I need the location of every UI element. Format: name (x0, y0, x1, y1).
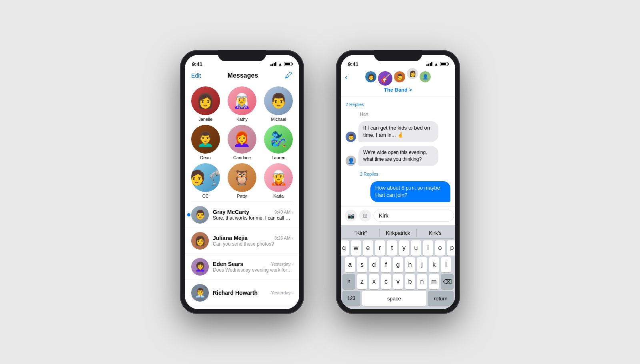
status-icons-1: ▲ (270, 62, 292, 66)
back-button[interactable]: ‹ (345, 72, 348, 82)
contact-janelle[interactable]: 👩 Janelle (189, 86, 222, 122)
message-row-juliana[interactable]: 👩 Juliana Mejia 8:25 AM › Can you send t… (185, 228, 299, 254)
key-n[interactable]: n (417, 274, 427, 289)
bubble-sent: How about 8 p.m. so maybe Hart can join? (370, 181, 450, 202)
key-f[interactable]: f (381, 257, 391, 272)
contacts-grid: 👩 Janelle 🧝‍♀️ Kathy 👨 Michael 👨‍🦱 Dean … (185, 83, 299, 202)
message-row-richard[interactable]: 👨‍💼 Richard Howarth Yesterday › (185, 280, 299, 306)
key-g[interactable]: g (393, 257, 403, 272)
msg-content-juliana: Juliana Mejia 8:25 AM › Can you send tho… (213, 235, 293, 247)
contact-cc[interactable]: 🧑‍🦿 CC (189, 163, 222, 198)
status-time-1: 9:41 (192, 61, 202, 67)
delete-key[interactable]: ⌫ (441, 274, 454, 289)
contact-name-cc: CC (202, 194, 209, 198)
group-avatars: 👩 🎸 👨 👩 👤 (365, 71, 431, 86)
phone-1: 9:41 ▲ Edit Messages 🖊 (180, 50, 304, 314)
msg-time-gray: 9:40 AM › (274, 210, 293, 214)
msg-preview-juliana: Can you send those photos? (213, 241, 293, 247)
replies-label-2: 2 Replies (360, 170, 450, 177)
key-l[interactable]: l (441, 257, 451, 272)
avatar-kathy: 🧝‍♀️ (228, 86, 256, 115)
key-b[interactable]: b (405, 274, 415, 289)
avatar-candace: 👩‍🦰 (228, 125, 256, 154)
status-icons-2: ▲ (426, 62, 448, 66)
msg-name-juliana: Juliana Mejia (213, 235, 248, 241)
group-avatar-main: 🎸 (378, 71, 393, 86)
compose-button[interactable]: 🖊 (285, 71, 293, 80)
key-q[interactable]: q (341, 240, 349, 256)
chat-avatar-gray: 👤 (346, 156, 356, 166)
key-r[interactable]: r (375, 240, 385, 256)
key-e[interactable]: e (363, 240, 373, 256)
avatar-cc: 🧑‍🦿 (191, 163, 220, 192)
key-p[interactable]: p (447, 240, 455, 256)
contact-candace[interactable]: 👩‍🦰 Candace (225, 125, 258, 160)
group-name[interactable]: The Band > (384, 87, 412, 93)
notch-2 (374, 50, 422, 61)
key-x[interactable]: x (369, 274, 379, 289)
key-row-bottom: 123 space return (342, 291, 454, 306)
key-z[interactable]: z (357, 274, 367, 289)
msg-time-eden: Yesterday › (271, 262, 293, 266)
chat-nav: ‹ 👩 🎸 👨 👩 👤 The Band > (341, 69, 455, 96)
autocomplete-3[interactable]: Kirk's (417, 229, 454, 237)
contact-name-janelle: Janelle (198, 117, 212, 122)
key-s[interactable]: s (357, 257, 367, 272)
key-t[interactable]: t (387, 240, 397, 256)
msg-name-gray: Gray McCarty (213, 209, 249, 215)
unread-indicator (187, 213, 190, 216)
message-row-eden[interactable]: 👩‍🦱 Eden Sears Yesterday › Does Wednesda… (185, 254, 299, 280)
edit-button[interactable]: Edit (191, 72, 201, 79)
contact-dean[interactable]: 👨‍🦱 Dean (189, 125, 222, 160)
key-j[interactable]: j (417, 257, 427, 272)
group-avatar-4: 👤 (419, 71, 431, 83)
contact-karla[interactable]: 🧝 Karla (262, 163, 295, 198)
chat-messages: 2 Replies Hart 👨 If I can get the kids t… (341, 96, 455, 206)
space-key[interactable]: space (362, 291, 426, 306)
contact-name-karla: Karla (273, 194, 284, 198)
group-avatar-3: 👩 (406, 68, 418, 80)
camera-button[interactable]: 📷 (345, 210, 357, 222)
shift-key[interactable]: ⇧ (342, 274, 355, 289)
contact-lauren[interactable]: 🧞‍♀️ Lauren (262, 125, 295, 160)
message-input[interactable] (374, 210, 454, 222)
signal-icon-2 (426, 62, 432, 66)
status-time-2: 9:41 (348, 61, 358, 67)
key-d[interactable]: d (369, 257, 379, 272)
key-row-2: a s d f g h j k l (342, 257, 454, 272)
message-row-gray[interactable]: 👨 Gray McCarty 9:40 AM › Sure, that work… (185, 202, 299, 228)
group-avatar-1: 👩 (365, 71, 377, 83)
msg-content-richard: Richard Howarth Yesterday › (213, 290, 293, 296)
contact-michael[interactable]: 👨 Michael (262, 86, 295, 122)
key-c[interactable]: c (381, 274, 391, 289)
avatar-karla: 🧝 (264, 163, 293, 192)
msg-content-gray: Gray McCarty 9:40 AM › Sure, that works … (213, 209, 293, 221)
hart-message-row: 👨 If I can get the kids to bed on time, … (346, 121, 450, 142)
group-avatar-2: 👨 (394, 71, 406, 83)
msg-content-eden: Eden Sears Yesterday › Does Wednesday ev… (213, 261, 293, 273)
sender-hart: Hart (360, 112, 450, 116)
key-u[interactable]: u (411, 240, 421, 256)
key-k[interactable]: k (429, 257, 439, 272)
autocomplete-2[interactable]: Kirkpatrick (380, 229, 416, 237)
contact-kathy[interactable]: 🧝‍♀️ Kathy (225, 86, 258, 122)
messages-nav: Edit Messages 🖊 (185, 69, 299, 83)
msg-avatar-gray: 👨 (191, 206, 209, 224)
gray-message-row: 👤 We're wide open this evening, what tim… (346, 146, 450, 166)
key-i[interactable]: i (423, 240, 433, 256)
contact-patty[interactable]: 🦉 Patty (225, 163, 258, 198)
key-o[interactable]: o (435, 240, 445, 256)
key-y[interactable]: y (399, 240, 409, 256)
key-w[interactable]: w (351, 240, 361, 256)
return-key[interactable]: return (428, 291, 454, 306)
appstore-button[interactable]: ⊞ (359, 210, 371, 222)
numbers-key[interactable]: 123 (342, 291, 360, 306)
key-h[interactable]: h (405, 257, 415, 272)
key-a[interactable]: a (345, 257, 355, 272)
msg-avatar-eden: 👩‍🦱 (191, 258, 209, 276)
key-v[interactable]: v (393, 274, 403, 289)
key-m[interactable]: m (429, 274, 439, 289)
msg-preview-eden: Does Wednesday evening work for you? May… (213, 267, 293, 273)
autocomplete-1[interactable]: "Kirk" (342, 229, 379, 237)
msg-time-richard: Yesterday › (271, 290, 293, 295)
